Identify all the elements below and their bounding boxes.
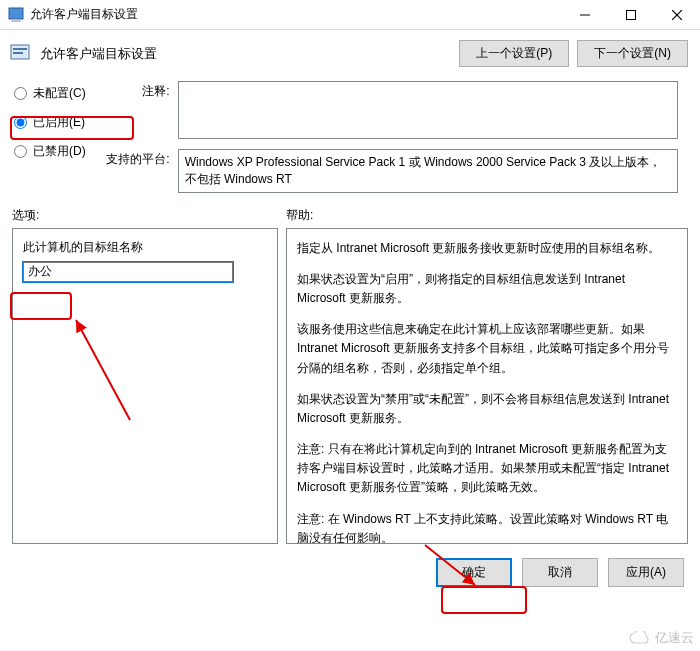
- page-title: 允许客户端目标设置: [40, 45, 449, 63]
- help-pane[interactable]: 指定从 Intranet Microsoft 更新服务接收更新时应使用的目标组名…: [286, 228, 688, 544]
- watermark-text: 亿速云: [655, 629, 694, 647]
- platform-label: 支持的平台:: [94, 149, 170, 193]
- radio-disabled-input[interactable]: [14, 145, 27, 158]
- help-text: 注意: 在 Windows RT 上不支持此策略。设置此策略对 Windows …: [297, 510, 677, 544]
- svg-rect-8: [13, 52, 23, 54]
- maximize-button[interactable]: [608, 0, 654, 30]
- help-pane-label: 帮助:: [286, 207, 688, 224]
- minimize-button[interactable]: [562, 0, 608, 30]
- target-group-input[interactable]: [23, 262, 233, 282]
- cloud-icon: [629, 631, 651, 645]
- titlebar: 允许客户端目标设置: [0, 0, 700, 30]
- supported-platforms-box: Windows XP Professional Service Pack 1 或…: [178, 149, 678, 193]
- comment-textarea[interactable]: [178, 81, 678, 139]
- watermark: 亿速云: [629, 629, 694, 647]
- help-text: 如果状态设置为“禁用”或“未配置”，则不会将目标组信息发送到 Intranet …: [297, 390, 677, 428]
- help-text: 该服务使用这些信息来确定在此计算机上应该部署哪些更新。如果 Intranet M…: [297, 320, 677, 378]
- ok-button[interactable]: 确定: [436, 558, 512, 587]
- comment-label: 注释:: [94, 81, 170, 139]
- next-setting-button[interactable]: 下一个设置(N): [577, 40, 688, 67]
- radio-enabled-input[interactable]: [14, 116, 27, 129]
- window-controls: [562, 0, 700, 29]
- help-text: 如果状态设置为“启用”，则将指定的目标组信息发送到 Intranet Micro…: [297, 270, 677, 308]
- previous-setting-button[interactable]: 上一个设置(P): [459, 40, 569, 67]
- options-pane: 此计算机的目标组名称: [12, 228, 278, 544]
- close-button[interactable]: [654, 0, 700, 30]
- dialog-footer: 确定 取消 应用(A): [0, 552, 700, 599]
- radio-not-configured-input[interactable]: [14, 87, 27, 100]
- target-group-label: 此计算机的目标组名称: [23, 239, 267, 256]
- radio-enabled[interactable]: 已启用(E): [14, 114, 86, 131]
- radio-enabled-label: 已启用(E): [33, 114, 85, 131]
- options-pane-label: 选项:: [12, 207, 278, 224]
- help-text: 注意: 只有在将此计算机定向到的 Intranet Microsoft 更新服务…: [297, 440, 677, 498]
- svg-rect-3: [627, 11, 636, 20]
- radio-not-configured-label: 未配置(C): [33, 85, 86, 102]
- config-state-group: 未配置(C) 已启用(E) 已禁用(D): [14, 81, 86, 193]
- apply-button[interactable]: 应用(A): [608, 558, 684, 587]
- window-title: 允许客户端目标设置: [30, 6, 562, 23]
- cancel-button[interactable]: 取消: [522, 558, 598, 587]
- header-row: 允许客户端目标设置 上一个设置(P) 下一个设置(N): [0, 30, 700, 75]
- app-icon: [8, 7, 24, 23]
- policy-icon: [10, 44, 30, 64]
- svg-rect-7: [13, 48, 27, 50]
- svg-rect-1: [11, 19, 21, 22]
- help-text: 指定从 Intranet Microsoft 更新服务接收更新时应使用的目标组名…: [297, 239, 677, 258]
- radio-not-configured[interactable]: 未配置(C): [14, 85, 86, 102]
- svg-rect-0: [9, 8, 23, 19]
- radio-disabled[interactable]: 已禁用(D): [14, 143, 86, 160]
- radio-disabled-label: 已禁用(D): [33, 143, 86, 160]
